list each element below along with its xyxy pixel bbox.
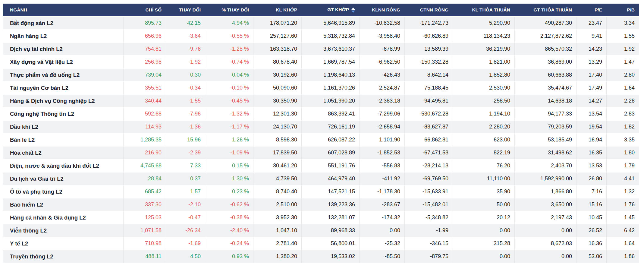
column-header-pct_thay_doi[interactable]: % THAY ĐỔI bbox=[205, 4, 253, 17]
table-row[interactable]: Dầu khí L2 114.93 -1.36 -1.17 % 24,130.7… bbox=[3, 121, 639, 134]
matched-value-cell: 147,521.15 bbox=[301, 185, 359, 198]
sector-name-cell[interactable]: Hóa chất L2 bbox=[3, 147, 123, 160]
foreign-net-volume-cell: 1,101.90 bbox=[359, 134, 404, 147]
sector-name-cell[interactable]: Thực phẩm và đồ uống L2 bbox=[3, 69, 123, 82]
table-row[interactable]: Bất động sản L2 895.73 42.15 4.94 % 178,… bbox=[3, 17, 639, 30]
matched-value-cell: 1,198,640.13 bbox=[301, 69, 359, 82]
sector-name-cell[interactable]: Bảo hiểm L2 bbox=[3, 198, 123, 211]
change-cell: -1.92 bbox=[166, 56, 205, 69]
pct-change-cell: 4.94 % bbox=[205, 17, 253, 30]
table-row[interactable]: Dịch vụ tài chính L2 754.81 -9.76 -1.28 … bbox=[3, 43, 639, 56]
sector-name-cell[interactable]: Bất động sản L2 bbox=[3, 17, 123, 30]
matched-value-cell: 56,800.01 bbox=[301, 237, 359, 250]
sector-name-cell[interactable]: Viễn thông L2 bbox=[3, 224, 123, 237]
table-row[interactable]: Công nghệ Thông tin L2 592.68 -7.96 -1.3… bbox=[3, 108, 639, 121]
change-cell: 15.96 bbox=[166, 134, 205, 147]
sort-asc-desc-icon[interactable] bbox=[351, 8, 355, 13]
column-header-kl_thoa_thuan[interactable]: KL THỎA THUẬN bbox=[453, 4, 514, 17]
column-header-gtnn_rong[interactable]: GTNN RÒNG bbox=[404, 4, 453, 17]
sector-name-cell[interactable]: Truyền thông L2 bbox=[3, 250, 123, 263]
sector-name-cell[interactable]: Dầu khí L2 bbox=[3, 121, 123, 134]
pe-cell: 26.80 bbox=[576, 172, 606, 185]
table-row[interactable]: Điện, nước & xăng dầu khí đốt L2 4,745.6… bbox=[3, 160, 639, 172]
sector-name-cell[interactable]: Du lịch và Giải trí L2 bbox=[3, 172, 123, 185]
column-header-kl_khop[interactable]: KL KHỚP bbox=[253, 4, 301, 17]
index-value-cell: 125.03 bbox=[123, 211, 166, 224]
index-value-cell: 114.93 bbox=[123, 121, 166, 134]
index-value-cell: 739.04 bbox=[123, 69, 166, 82]
column-header-pe[interactable]: P/E bbox=[576, 4, 606, 17]
foreign-net-volume-cell: 2,524.87 bbox=[359, 82, 404, 95]
sector-name-cell[interactable]: Y tế L2 bbox=[3, 237, 123, 250]
table-row[interactable]: Hàng & Dịch vụ Công nghiệp L2 340.44 -1.… bbox=[3, 95, 639, 108]
change-cell: 42.15 bbox=[166, 17, 205, 30]
table-row[interactable]: Du lịch và Giải trí L2 28.84 0.37 1.30 %… bbox=[3, 172, 639, 185]
column-header-nganh[interactable]: NGÀNH bbox=[3, 4, 123, 17]
column-header-gt_thoa_thuan[interactable]: GT THỎA THUẬN bbox=[514, 4, 576, 17]
sector-name-cell[interactable]: Dịch vụ tài chính L2 bbox=[3, 43, 123, 56]
table-row[interactable]: Tài nguyên Cơ bản L2 355.51 -0.34 -0.10 … bbox=[3, 82, 639, 95]
put-through-value-cell: 490,287.30 bbox=[514, 17, 576, 30]
matched-volume-cell: 80,678.40 bbox=[253, 56, 301, 69]
change-cell: 0.37 bbox=[166, 172, 205, 185]
index-value-cell: 592.68 bbox=[123, 108, 166, 121]
table-row[interactable]: Xây dựng và Vật liệu L2 256.98 -1.92 -0.… bbox=[3, 56, 639, 69]
sector-name-cell[interactable]: Điện, nước & xăng dầu khí đốt L2 bbox=[3, 160, 123, 172]
foreign-net-volume-cell: -556.83 bbox=[359, 160, 404, 172]
put-through-value-cell: 2,197.43 bbox=[514, 211, 576, 224]
change-cell: -7.96 bbox=[166, 108, 205, 121]
sector-name-cell[interactable]: Bán lẻ L2 bbox=[3, 134, 123, 147]
index-value-cell: 256.98 bbox=[123, 56, 166, 69]
table-row[interactable]: Hóa chất L2 216.90 -2.39 -1.09 % 17,839.… bbox=[3, 147, 639, 160]
index-value-cell: 340.44 bbox=[123, 95, 166, 108]
matched-volume-cell: 8,740.40 bbox=[253, 185, 301, 198]
foreign-net-volume-cell: -2,658.94 bbox=[359, 121, 404, 134]
table-row[interactable]: Viễn thông L2 1,071.58 -26.34 -2.40 % 1,… bbox=[3, 224, 639, 237]
sector-name-cell[interactable]: Xây dựng và Vật liệu L2 bbox=[3, 56, 123, 69]
matched-value-cell: 726,161.19 bbox=[301, 121, 359, 134]
change-cell: -2.10 bbox=[166, 198, 205, 211]
sector-name-cell[interactable]: Công nghệ Thông tin L2 bbox=[3, 108, 123, 121]
column-header-gt_khop[interactable]: GT KHỚP bbox=[301, 4, 359, 17]
column-header-chi_so[interactable]: CHỈ SỐ bbox=[123, 4, 166, 17]
table-row[interactable]: Hàng cá nhân & Gia dụng L2 125.03 -0.47 … bbox=[3, 211, 639, 224]
pb-cell: 2.28 bbox=[606, 95, 639, 108]
table-row[interactable]: Truyền thông L2 488.11 4.50 0.93 % 1,380… bbox=[3, 250, 639, 263]
index-value-cell: 685.42 bbox=[123, 185, 166, 198]
sector-name-cell[interactable]: Hàng & Dịch vụ Công nghiệp L2 bbox=[3, 95, 123, 108]
foreign-net-volume-cell: -10,832.58 bbox=[359, 17, 404, 30]
column-header-pb[interactable]: P/B bbox=[606, 4, 639, 17]
foreign-net-value-cell: -530,672.28 bbox=[404, 108, 453, 121]
pct-change-cell: -0.45 % bbox=[205, 95, 253, 108]
put-through-value-cell: 3,650.00 bbox=[514, 198, 576, 211]
table-header-row: NGÀNHCHỈ SỐTHAY ĐỔI% THAY ĐỔIKL KHỚPGT K… bbox=[3, 4, 639, 17]
table-row[interactable]: Bảo hiểm L2 337.30 -2.10 -0.62 % 2,510.0… bbox=[3, 198, 639, 211]
column-header-klnn_rong[interactable]: KLNN RÒNG bbox=[359, 4, 404, 17]
put-through-volume-cell: 822.19 bbox=[453, 147, 514, 160]
pb-cell: 1.79 bbox=[606, 160, 639, 172]
matched-value-cell: 464,979.40 bbox=[301, 172, 359, 185]
matched-value-cell: 5,318,732.84 bbox=[301, 30, 359, 43]
matched-volume-cell: 12,301.30 bbox=[253, 108, 301, 121]
column-header-label: GT KHỚP bbox=[327, 7, 349, 12]
change-cell: 4.50 bbox=[166, 250, 205, 263]
table-row[interactable]: Ngân hàng L2 656.96 -3.64 -0.55 % 257,12… bbox=[3, 30, 639, 43]
table-row[interactable]: Thực phẩm và đồ uống L2 739.04 0.30 0.04… bbox=[3, 69, 639, 82]
put-through-value-cell: 865,570.32 bbox=[514, 43, 576, 56]
sector-name-cell[interactable]: Ô tô và phụ tùng L2 bbox=[3, 185, 123, 198]
sector-name-cell[interactable]: Ngân hàng L2 bbox=[3, 30, 123, 43]
pct-change-cell: 0.15 % bbox=[205, 160, 253, 172]
column-header-thay_doi[interactable]: THAY ĐỔI bbox=[166, 4, 205, 17]
foreign-net-value-cell: -346.15 bbox=[404, 237, 453, 250]
put-through-volume-cell: 623.00 bbox=[453, 134, 514, 147]
sector-name-cell[interactable]: Hàng cá nhân & Gia dụng L2 bbox=[3, 211, 123, 224]
pb-cell: 1.92 bbox=[606, 43, 639, 56]
index-value-cell: 1,285.35 bbox=[123, 134, 166, 147]
table-row[interactable]: Y tế L2 710.98 -1.69 -0.24 % 2,781.40 56… bbox=[3, 237, 639, 250]
table-row[interactable]: Bán lẻ L2 1,285.35 15.96 1.26 % 8,598.30… bbox=[3, 134, 639, 147]
foreign-net-volume-cell: -3,958.40 bbox=[359, 30, 404, 43]
sector-name-cell[interactable]: Tài nguyên Cơ bản L2 bbox=[3, 82, 123, 95]
table-row[interactable]: Ô tô và phụ tùng L2 685.42 1.57 0.23 % 8… bbox=[3, 185, 639, 198]
matched-volume-cell: 30,192.60 bbox=[253, 69, 301, 82]
pct-change-cell: -0.74 % bbox=[205, 56, 253, 69]
